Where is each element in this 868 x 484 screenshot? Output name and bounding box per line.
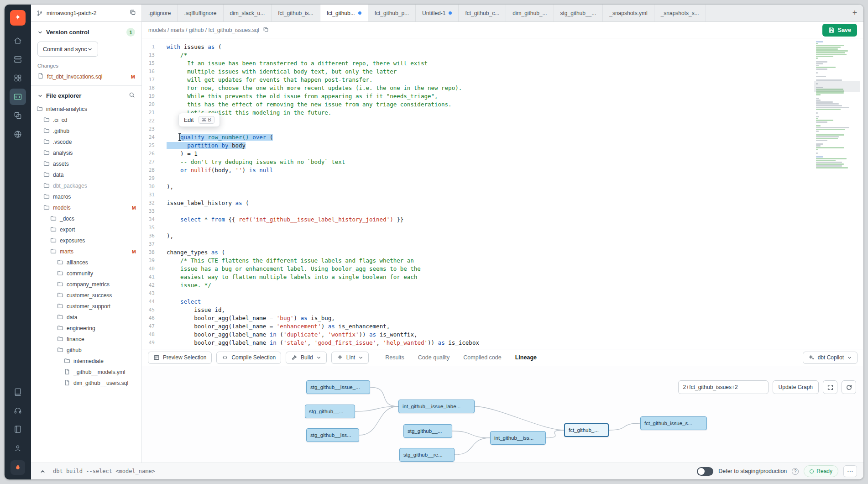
code-line[interactable]: 30),	[142, 183, 863, 191]
minimap-viewport[interactable]	[814, 81, 860, 92]
tree-item-marts[interactable]: martsM	[31, 246, 141, 257]
changed-file[interactable]: fct_dbt_invocations.sqlM	[31, 71, 141, 85]
compare-icon[interactable]	[10, 107, 26, 124]
lineage-node-stg_github__[interactable]: stg_github__...	[403, 424, 452, 438]
user-avatar[interactable]	[10, 460, 25, 475]
code-line[interactable]: 41 easiest way to flatten multiple label…	[142, 273, 863, 281]
lineage-node-stg_github__issue_[interactable]: stg_github__issue_...	[306, 380, 370, 394]
update-graph-button[interactable]: Update Graph	[773, 380, 819, 394]
code-line[interactable]: 29	[142, 174, 863, 183]
lint-button[interactable]: Lint	[331, 352, 369, 364]
tree-item-customer_support[interactable]: customer_support	[31, 301, 141, 312]
code-line[interactable]: 23	[142, 125, 863, 133]
tab-.sqlfluffignore[interactable]: .sqlfluffignore	[178, 5, 223, 21]
tree-item-analysis[interactable]: analysis	[31, 147, 141, 158]
code-line[interactable]: 20 this has the effect of removing the n…	[142, 100, 863, 109]
tree-item-.vscode[interactable]: .vscode	[31, 137, 141, 147]
code-line[interactable]: 49 boolor_agg(label_name in ('stale', 'g…	[142, 339, 863, 347]
dbt-logo[interactable]	[10, 10, 26, 26]
tree-item-macros[interactable]: macros	[31, 191, 141, 202]
lineage-node-fct_github_[interactable]: fct_github_...	[564, 423, 609, 437]
fullscreen-button[interactable]	[823, 380, 837, 394]
tab-_snapshots.yml[interactable]: _snapshots.yml	[603, 5, 654, 21]
code-line[interactable]: 43	[142, 289, 863, 298]
save-button[interactable]: Save	[822, 24, 857, 37]
tree-item-customer_success[interactable]: customer_success	[31, 290, 141, 301]
tab-fct_github...[interactable]: fct_github...	[320, 5, 368, 21]
code-line[interactable]: 37	[142, 240, 863, 248]
build-button[interactable]: Build	[286, 352, 327, 364]
code-line[interactable]: 17 will get updates for events that happ…	[142, 76, 863, 84]
tab-_snapshots_s...[interactable]: _snapshots_s...	[654, 5, 706, 21]
code-line[interactable]: 24 qualify row_number() over (	[142, 133, 863, 142]
code-line[interactable]: 13 /*	[142, 51, 863, 59]
code-line[interactable]: 38change_types as (	[142, 248, 863, 257]
panel-tab-lineage[interactable]: Lineage	[515, 349, 537, 366]
branch-tab[interactable]: mirnawong1-patch-2	[31, 5, 142, 21]
code-line[interactable]: 31	[142, 191, 863, 199]
tab-dim_github_...[interactable]: dim_github_...	[506, 5, 554, 21]
lineage-selector-input[interactable]	[678, 380, 769, 394]
tab-stg_github__...[interactable]: stg_github__...	[554, 5, 603, 21]
lineage-node-int_github__issue_labe[interactable]: int_github__issue_labe...	[398, 400, 475, 413]
tree-item-export[interactable]: export	[31, 224, 141, 235]
lineage-node-stg_github__[interactable]: stg_github__...	[305, 405, 355, 418]
tree-item-alliances[interactable]: alliances	[31, 257, 141, 268]
account-icon[interactable]	[10, 440, 26, 456]
preview-selection-button[interactable]: Preview Selection	[148, 352, 212, 364]
docs-book-icon[interactable]	[10, 384, 26, 400]
code-line[interactable]: 32issue_label_history as (	[142, 199, 863, 207]
code-line[interactable]: 47 boolor_agg(label_name = 'enhancement'…	[142, 322, 863, 331]
code-line[interactable]: 21 Let's revisit this modeling in the fu…	[142, 109, 863, 117]
status-badge[interactable]: Ready	[804, 465, 838, 477]
panel-tab-code-quality[interactable]: Code quality	[418, 349, 450, 366]
develop-ide-icon[interactable]	[10, 89, 26, 105]
tab-fct_github_c...[interactable]: fct_github_c...	[459, 5, 506, 21]
lineage-node-int_github__iss[interactable]: int_github__iss...	[490, 431, 546, 445]
code-line[interactable]: 26 ) = 1	[142, 150, 863, 158]
tab-fct_github_is...[interactable]: fct_github_is...	[272, 5, 320, 21]
commit-and-sync-button[interactable]: Commit and sync	[37, 42, 98, 57]
support-headset-icon[interactable]	[10, 402, 26, 419]
code-line[interactable]: 28 or nullif(body, '') is null	[142, 166, 863, 174]
tree-item-engineering[interactable]: engineering	[31, 323, 141, 334]
tree-item-community[interactable]: community	[31, 268, 141, 279]
code-line[interactable]: 35	[142, 224, 863, 232]
version-control-header[interactable]: Version control 1	[31, 22, 141, 41]
explore-globe-icon[interactable]	[10, 126, 26, 142]
code-line[interactable]: 46 boolor_agg(label_name = 'bug') as is_…	[142, 314, 863, 322]
tree-item-internal-analytics[interactable]: internal-analytics	[31, 104, 141, 115]
code-line[interactable]: 44 select	[142, 298, 863, 306]
tree-item-github[interactable]: github	[31, 345, 141, 356]
tree-item-finance[interactable]: finance	[31, 334, 141, 345]
home-icon[interactable]	[10, 32, 26, 49]
code-line[interactable]: 18 For now, choose the one with more rec…	[142, 84, 863, 92]
tree-item-intermediate[interactable]: intermediate	[31, 356, 141, 367]
code-line[interactable]: 25 partition by body	[142, 142, 863, 150]
code-line[interactable]: 16 multiple issues with identical body t…	[142, 68, 863, 76]
minimap[interactable]	[816, 41, 858, 168]
tree-item-dim_github__users.sql[interactable]: dim_github__users.sql	[31, 378, 141, 389]
code-line[interactable]: 15 If an issue has been transferred to a…	[142, 59, 863, 68]
tree-item-exposures[interactable]: exposures	[31, 235, 141, 246]
lineage-node-stg_github__iss[interactable]: stg_github__iss...	[306, 428, 359, 442]
code-line[interactable]: 39 /* This CTE flattens the different is…	[142, 257, 863, 265]
defer-toggle[interactable]	[697, 467, 713, 476]
compile-selection-button[interactable]: Compile Selection	[216, 352, 281, 364]
lineage-node-fct_github_issue_s[interactable]: fct_github_issue_s...	[640, 416, 707, 430]
tree-item-data[interactable]: data	[31, 312, 141, 323]
code-line[interactable]: 45 issue_id,	[142, 306, 863, 314]
code-line[interactable]: 48 boolor_agg(label_name in ('duplicate'…	[142, 331, 863, 339]
code-line[interactable]: 1with issues as (	[142, 43, 863, 51]
new-tab-button[interactable]: +	[846, 5, 863, 21]
file-explorer-header[interactable]: File explorer	[31, 86, 141, 104]
tree-item-_docs[interactable]: _docs	[31, 213, 141, 224]
tree-item-assets[interactable]: assets	[31, 158, 141, 169]
panel-tab-results[interactable]: Results	[385, 349, 404, 366]
command-input[interactable]: dbt build --select <model_name>	[53, 468, 155, 474]
tab-.gitignore[interactable]: .gitignore	[142, 5, 178, 21]
notebook-icon[interactable]	[10, 421, 26, 437]
apps-grid-icon[interactable]	[10, 70, 26, 86]
help-icon[interactable]: ?	[792, 468, 799, 475]
tree-item-models[interactable]: modelsM	[31, 202, 141, 213]
